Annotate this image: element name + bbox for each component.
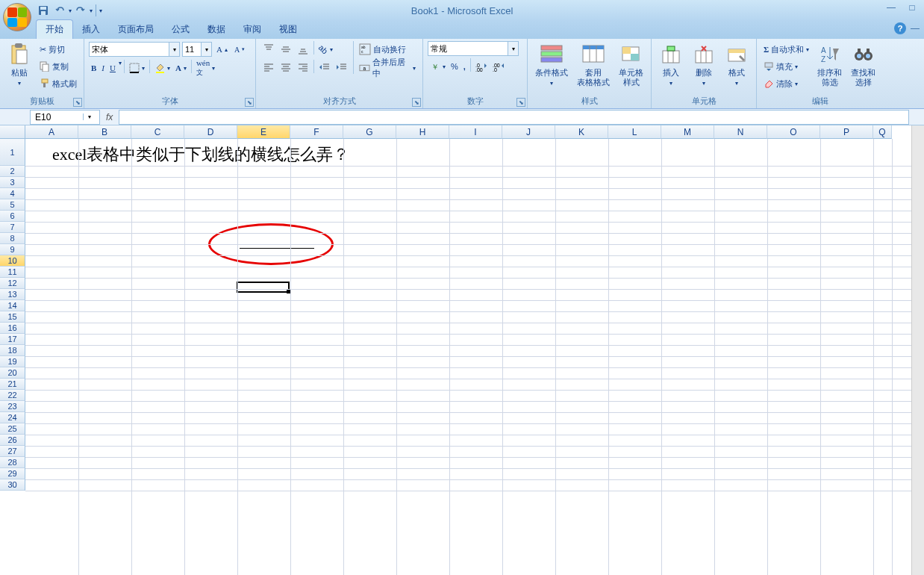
col-header-n[interactable]: N [714, 125, 767, 139]
tab-page-layout[interactable]: 页面布局 [109, 20, 163, 39]
tab-review[interactable]: 审阅 [234, 20, 270, 39]
col-header-o[interactable]: O [767, 125, 820, 139]
row-header-4[interactable]: 4 [0, 188, 25, 199]
ribbon-minimize-button[interactable]: — [911, 23, 920, 34]
row-header-9[interactable]: 9 [0, 244, 25, 255]
help-icon[interactable]: ? [894, 22, 906, 34]
delete-cells-button[interactable]: 删除▾ [689, 41, 719, 89]
col-header-h[interactable]: H [396, 125, 449, 139]
align-center-button[interactable] [278, 60, 294, 76]
sort-filter-button[interactable]: AZ 排序和 筛选 [814, 41, 845, 89]
undo-dropdown[interactable]: ▾ [69, 7, 72, 14]
maximize-button[interactable]: □ [903, 1, 921, 13]
font-launcher[interactable]: ⬊ [245, 98, 254, 107]
col-header-e[interactable]: E [237, 125, 290, 139]
font-color-button[interactable]: A▾ [173, 60, 189, 76]
bold-button[interactable]: B [89, 60, 99, 76]
row-header-12[interactable]: 12 [0, 278, 25, 289]
border-button[interactable]: ▾ [127, 60, 147, 76]
align-top-button[interactable] [260, 41, 277, 58]
tab-formulas[interactable]: 公式 [163, 20, 199, 39]
tab-view[interactable]: 视图 [270, 20, 306, 39]
tab-home[interactable]: 开始 [36, 19, 73, 39]
merge-center-button[interactable]: a合并后居中▾ [357, 60, 418, 76]
row-header-2[interactable]: 2 [0, 166, 25, 177]
row-header-1[interactable]: 1 [0, 139, 25, 166]
col-header-l[interactable]: L [608, 125, 661, 139]
number-launcher[interactable]: ⬊ [516, 98, 525, 107]
save-button[interactable] [36, 3, 51, 18]
font-size-combo[interactable]: ▾ [182, 41, 212, 58]
align-right-button[interactable] [295, 60, 311, 76]
row-header-29[interactable]: 29 [0, 468, 25, 479]
increase-indent-button[interactable] [334, 60, 350, 76]
copy-button[interactable]: 复制 [37, 58, 79, 75]
row-header-10[interactable]: 10 [0, 255, 25, 267]
tab-insert[interactable]: 插入 [73, 20, 109, 39]
row-header-6[interactable]: 6 [0, 211, 25, 222]
row-header-5[interactable]: 5 [0, 199, 25, 211]
clear-button[interactable]: 清除▾ [761, 75, 811, 92]
undo-button[interactable] [52, 3, 67, 18]
row-header-16[interactable]: 16 [0, 323, 25, 334]
fill-button[interactable]: 填充▾ [761, 58, 811, 75]
col-header-g[interactable]: G [343, 125, 396, 139]
fill-color-button[interactable]: ▾ [152, 60, 172, 76]
row-header-25[interactable]: 25 [0, 423, 25, 435]
conditional-format-button[interactable]: 条件格式▾ [532, 41, 571, 89]
decrease-decimal-button[interactable]: .00.0 [490, 58, 507, 75]
row-header-30[interactable]: 30 [0, 479, 25, 491]
row-header-3[interactable]: 3 [0, 177, 25, 188]
select-all-corner[interactable] [0, 125, 25, 139]
increase-decimal-button[interactable]: .0.00 [473, 58, 490, 75]
row-header-20[interactable]: 20 [0, 367, 25, 379]
redo-dropdown[interactable]: ▾ [90, 7, 93, 14]
row-header-21[interactable]: 21 [0, 379, 25, 390]
row-header-14[interactable]: 14 [0, 300, 25, 311]
row-header-19[interactable]: 19 [0, 356, 25, 367]
format-table-button[interactable]: 套用 表格格式 [574, 41, 613, 89]
format-painter-button[interactable]: 格式刷 [37, 75, 79, 92]
currency-button[interactable]: ￥▾ [428, 58, 448, 75]
col-header-k[interactable]: K [555, 125, 608, 139]
italic-button[interactable]: I [99, 60, 107, 76]
row-header-28[interactable]: 28 [0, 457, 25, 468]
wrap-text-button[interactable]: abc自动换行 [357, 41, 418, 58]
autosum-button[interactable]: Σ自动求和▾ [761, 41, 811, 58]
row-header-13[interactable]: 13 [0, 289, 25, 300]
cell-styles-button[interactable]: 单元格 样式 [616, 41, 646, 89]
vertical-scrollbar[interactable] [911, 125, 924, 575]
col-header-c[interactable]: C [131, 125, 184, 139]
row-header-22[interactable]: 22 [0, 390, 25, 401]
col-header-f[interactable]: F [290, 125, 343, 139]
col-header-m[interactable]: M [661, 125, 714, 139]
fx-icon[interactable]: fx [100, 112, 119, 122]
col-header-q[interactable]: Q [873, 125, 892, 139]
redo-button[interactable] [73, 3, 88, 18]
orientation-button[interactable]: ab▾ [316, 41, 335, 58]
name-box-dropdown[interactable]: ▾ [83, 114, 95, 120]
row-header-7[interactable]: 7 [0, 222, 25, 233]
row-header-18[interactable]: 18 [0, 345, 25, 356]
office-button[interactable] [3, 3, 31, 31]
col-header-p[interactable]: P [820, 125, 873, 139]
row-header-23[interactable]: 23 [0, 401, 25, 412]
underline-dropdown[interactable]: ▾ [119, 60, 122, 76]
number-format-combo[interactable]: ▾ [428, 41, 519, 56]
font-name-combo[interactable]: ▾ [89, 41, 180, 58]
grow-font-button[interactable]: A▴ [214, 41, 230, 58]
cut-button[interactable]: ✂剪切 [37, 41, 79, 58]
alignment-launcher[interactable]: ⬊ [412, 98, 421, 107]
decrease-indent-button[interactable] [316, 60, 333, 76]
percent-button[interactable]: % [449, 58, 461, 75]
col-header-b[interactable]: B [78, 125, 131, 139]
col-header-i[interactable]: I [449, 125, 502, 139]
name-box[interactable]: ▾ [30, 110, 100, 125]
row-header-15[interactable]: 15 [0, 311, 25, 323]
paste-button[interactable]: 粘贴▾ [4, 41, 34, 89]
col-header-a[interactable]: A [25, 125, 78, 139]
formula-input[interactable] [119, 110, 909, 125]
comma-button[interactable]: , [461, 58, 468, 75]
tab-data[interactable]: 数据 [199, 20, 234, 39]
clipboard-launcher[interactable]: ⬊ [73, 98, 82, 107]
